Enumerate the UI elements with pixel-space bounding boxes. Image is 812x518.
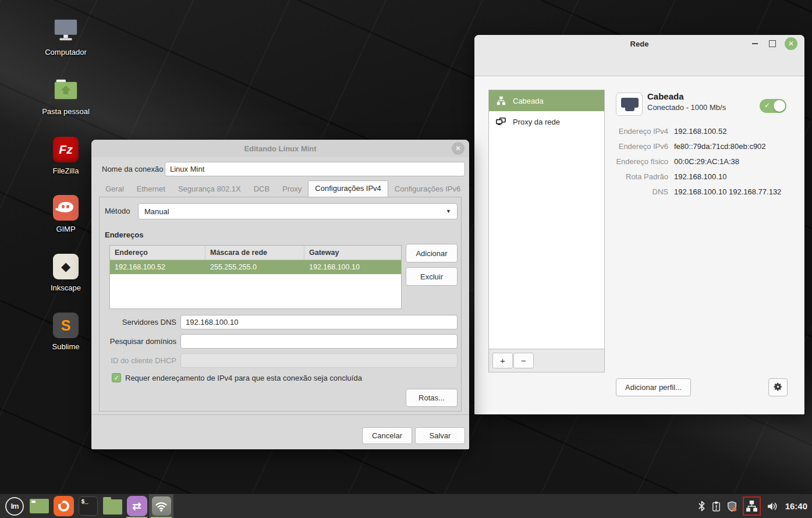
filezilla-icon: Fz [52,136,79,163]
require-ipv4-checkbox[interactable]: ✓ [112,373,121,382]
file-manager-launcher[interactable] [100,494,125,518]
delete-address-button[interactable]: Excluir [406,267,458,286]
connection-name-label: Nome da conexão [102,165,164,173]
inkscape-icon: ◆ [52,253,79,280]
taskbar: lm $_ ⇄ [0,494,812,518]
show-desktop-button[interactable] [27,494,51,518]
require-ipv4-label: Requer endereçamento de IPv4 para que es… [125,374,362,382]
taskbar-launchers: lm $_ ⇄ [0,494,173,518]
gimp-icon [52,194,79,221]
firefox-icon [54,496,74,516]
settings-button[interactable] [768,378,788,396]
wifi-icon [152,496,171,516]
desktop-icon-label: Sublime [52,342,80,351]
toggle-knob [774,100,785,112]
connection-editor-task[interactable]: ⇄ [125,494,149,518]
computer-icon [52,17,79,44]
close-icon[interactable]: ✕ [452,142,464,155]
mint-menu-button[interactable]: lm [2,494,27,518]
routes-button[interactable]: Rotas... [406,389,458,407]
detail-row: DNS 192.168.100.10 192.168.77.132 [616,184,790,199]
network-window-body: Cabeada Proxy da rede + − Cabeada Conect… [474,77,804,414]
connection-list: Cabeada Proxy da rede + − [488,90,605,372]
connection-toggle[interactable]: ✓ [760,99,786,113]
method-dropdown[interactable]: Manual ▼ [138,203,458,219]
sublime-icon: S [52,312,79,339]
firefox-launcher[interactable] [51,494,76,518]
cell-mascara: 255.255.255.0 [205,260,304,274]
dns-servers-input[interactable] [180,315,458,329]
search-domains-input[interactable] [180,334,458,349]
terminal-launcher[interactable]: $_ [76,494,100,518]
clock[interactable]: 16:40 [785,501,807,511]
wired-network-tray-icon[interactable] [746,500,758,512]
update-manager-icon[interactable] [711,501,721,512]
detail-label: DNS [616,187,668,196]
tab-ethernet[interactable]: Ethernet [130,182,172,197]
tab-seguranca-8021x[interactable]: Segurança 802.1X [172,182,247,197]
bluetooth-icon[interactable] [697,501,706,512]
network-settings-task[interactable] [149,494,173,518]
desktop-icon-label: Pasta pessoal [42,107,90,116]
dhcp-client-id-input [180,353,458,368]
connection-name-input[interactable] [165,162,465,176]
require-ipv4-row: ✓ Requer endereçamento de IPv4 para que … [112,373,362,382]
column-header-mascara[interactable]: Máscara de rede [205,246,304,260]
network-proxy-icon [496,117,506,127]
dialog-footer: Cancelar Salvar [91,414,469,449]
column-header-gateway[interactable]: Gateway [304,246,401,260]
add-profile-button[interactable]: Adicionar perfil... [616,378,691,396]
dialog-title: Editando Linux Mint [91,144,469,153]
column-header-endereco[interactable]: Endereço [110,246,205,260]
tab-proxy[interactable]: Proxy [276,182,308,197]
maximize-button[interactable] [767,38,778,49]
dialog-titlebar[interactable]: Editando Linux Mint ✕ [91,140,469,157]
detail-value: fe80::79da:71cd:80eb:c902 [674,142,766,151]
search-domains-label: Pesquisar domínios [91,337,176,346]
detail-value: 192.168.100.10 [674,172,726,181]
remove-connection-button[interactable]: − [513,353,534,368]
detail-value: 00:0C:29:AC:1A:38 [674,157,739,166]
network-titlebar[interactable]: Rede ✕ [474,35,804,52]
dns-servers-label: Servidores DNS [91,318,176,327]
add-address-button[interactable]: Adicionar [406,244,458,262]
folder-icon [103,499,122,515]
sidebar-item-label: Proxy da rede [513,118,560,126]
wired-device-icon [616,93,643,116]
cell-gateway: 192.168.100.10 [304,260,401,274]
annotation-highlight [743,496,761,516]
cancel-button[interactable]: Cancelar [362,427,412,444]
desktop-icon-filezilla[interactable]: Fz FileZilla [33,136,98,175]
close-button[interactable]: ✕ [785,37,797,50]
volume-icon[interactable] [766,501,778,512]
tab-configuracoes-ipv4[interactable]: Configurações IPv4 [308,180,388,197]
method-selected-value: Manual [144,207,169,216]
detail-row: Endereço IPv6 fe80::79da:71cd:80eb:c902 [616,139,790,154]
check-icon: ✓ [114,374,119,382]
method-label: Método [105,207,130,215]
desktop-icon-sublime[interactable]: S Sublime [33,312,98,351]
sidebar-item-proxy[interactable]: Proxy da rede [489,111,604,132]
detail-label: Endereço físico [616,157,668,166]
table-header-row: Endereço Máscara de rede Gateway [110,246,401,260]
table-row[interactable]: 192.168.100.52 255.255.255.0 192.168.100… [110,260,401,274]
tab-geral[interactable]: Geral [99,182,130,197]
minimize-button[interactable] [750,38,760,49]
mint-logo-icon: lm [5,497,24,516]
desktop-icon-computador[interactable]: Computador [33,17,98,56]
gear-icon [773,382,783,393]
network-window: Rede ✕ Cabeada Proxy da rede + − [474,35,804,414]
system-tray: 16:40 [697,494,812,518]
firewall-icon[interactable] [726,501,737,512]
desktop-icon-inkscape[interactable]: ◆ Inkscape [33,253,98,292]
save-button[interactable]: Salvar [415,427,465,444]
home-folder-icon [52,77,79,104]
desktop-icon-gimp[interactable]: GIMP [33,194,98,233]
sidebar-item-cabeada[interactable]: Cabeada [489,90,604,111]
addresses-table[interactable]: Endereço Máscara de rede Gateway 192.168… [109,245,402,309]
tab-configuracoes-ipv6[interactable]: Configurações IPv6 [388,182,467,197]
add-connection-button[interactable]: + [492,353,513,368]
tab-dcb[interactable]: DCB [247,182,276,197]
desktop-icon-pasta-pessoal[interactable]: Pasta pessoal [33,77,98,116]
network-window-header: Rede ✕ [474,35,804,76]
